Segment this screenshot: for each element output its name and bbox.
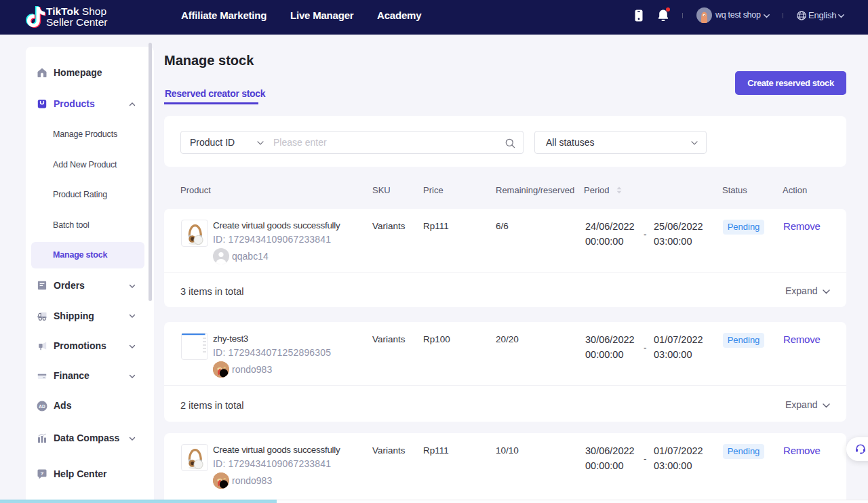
svg-text:?: ?	[41, 470, 44, 477]
svg-text:AD: AD	[39, 404, 45, 409]
